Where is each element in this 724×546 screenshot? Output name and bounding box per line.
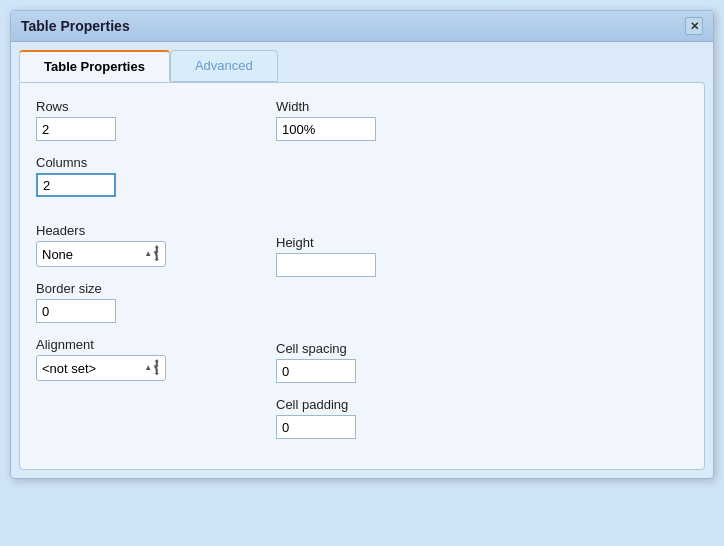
height-label: Height [276,235,688,250]
form-layout: Rows Columns Headers None First row Firs… [36,99,688,453]
alignment-label: Alignment [36,337,236,352]
columns-input[interactable] [36,173,116,197]
alignment-select[interactable]: <not set> Left Center Right [36,355,166,381]
cell-padding-input[interactable] [276,415,356,439]
rows-field-group: Rows [36,99,236,141]
tab-content-table-properties: Rows Columns Headers None First row Firs… [19,82,705,470]
form-left-column: Rows Columns Headers None First row Firs… [36,99,236,453]
cell-spacing-input[interactable] [276,359,356,383]
border-size-input[interactable] [36,299,116,323]
cell-padding-label: Cell padding [276,397,688,412]
cell-spacing-field-group: Cell spacing [276,341,688,383]
headers-select[interactable]: None First row First column Both [36,241,166,267]
tab-table-properties[interactable]: Table Properties [19,50,170,82]
width-input[interactable] [276,117,376,141]
border-size-field-group: Border size [36,281,236,323]
dialog-title: Table Properties [21,18,130,34]
width-field-group: Width [276,99,688,141]
dialog: Table Properties ✕ Table Properties Adva… [10,10,714,479]
headers-field-group: Headers None First row First column Both… [36,223,236,267]
tab-advanced[interactable]: Advanced [170,50,278,82]
dialog-titlebar: Table Properties ✕ [11,11,713,42]
cell-spacing-label: Cell spacing [276,341,688,356]
columns-label: Columns [36,155,236,170]
headers-label: Headers [36,223,236,238]
cell-padding-field-group: Cell padding [276,397,688,439]
rows-label: Rows [36,99,236,114]
alignment-select-wrapper: <not set> Left Center Right ⬆⬇ [36,355,166,381]
close-button[interactable]: ✕ [685,17,703,35]
rows-input[interactable] [36,117,116,141]
tab-bar: Table Properties Advanced [19,50,705,82]
form-right-column: Width Height Cell spacing Cell padding [276,99,688,453]
height-field-group: Height [276,235,688,277]
border-size-label: Border size [36,281,236,296]
height-input[interactable] [276,253,376,277]
alignment-field-group: Alignment <not set> Left Center Right ⬆⬇ [36,337,236,381]
columns-field-group: Columns [36,155,236,197]
headers-select-wrapper: None First row First column Both ⬆⬇ [36,241,166,267]
width-label: Width [276,99,688,114]
